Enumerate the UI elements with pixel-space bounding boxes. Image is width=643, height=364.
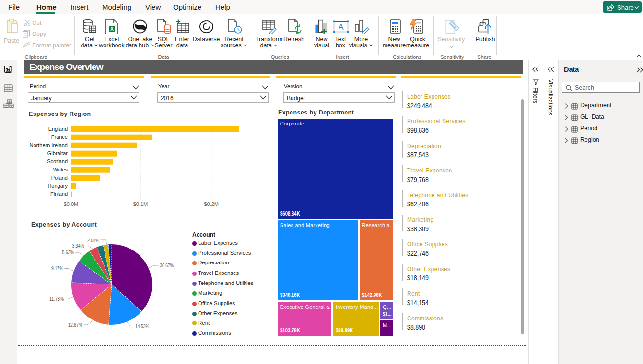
svg-text:Scotland: Scotland [47, 159, 68, 164]
svg-text:Gibraltar: Gibraltar [47, 150, 68, 156]
svg-text:$0.2M: $0.2M [204, 201, 219, 207]
svg-text:Poland: Poland [51, 175, 68, 181]
svg-text:9.17%: 9.17% [51, 265, 63, 271]
svg-text:A: A [339, 23, 344, 31]
svg-text:Wales: Wales [53, 167, 68, 172]
svg-text:X: X [110, 26, 114, 32]
svg-text:5.63%: 5.63% [62, 250, 74, 255]
svg-text:England: England [48, 126, 68, 132]
svg-text:12.87%: 12.87% [68, 322, 82, 328]
svg-text:Northern Ireland: Northern Ireland [30, 142, 68, 148]
svg-text:France: France [51, 134, 68, 140]
svg-text:11.73%: 11.73% [49, 296, 64, 302]
svg-text:3.34%: 3.34% [72, 243, 84, 249]
svg-text:$0.0M: $0.0M [64, 201, 79, 207]
svg-text:Hungary: Hungary [47, 183, 68, 189]
svg-text:14.53%: 14.53% [135, 323, 149, 329]
svg-text:36.67%: 36.67% [160, 262, 174, 268]
svg-text:Finland: Finland [50, 191, 68, 197]
svg-text:$0.1M: $0.1M [133, 201, 148, 207]
svg-text:2.08%: 2.08% [87, 238, 99, 243]
